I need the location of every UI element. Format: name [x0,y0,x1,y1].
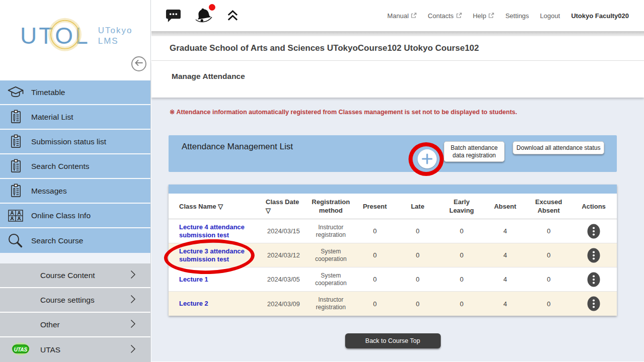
column-header-class-name[interactable]: Class Name ▽ [169,202,260,211]
class-name-link[interactable]: Lecture 1 [179,276,208,283]
chat-icon[interactable] [166,9,181,23]
column-header-present: Present [354,202,395,211]
topbar-username: Utokyo Faculty020 [571,12,629,20]
excused-absent-cell: 0 [527,300,571,308]
row-actions-kebab-button[interactable] [587,296,600,311]
utol-logo-text: UTOL [20,24,90,47]
bell-icon[interactable] [193,6,214,25]
page-title: Manage Attendance [151,61,644,98]
topbar-link-label: Help [473,12,487,20]
sidebar-item-label: Submission status list [31,137,106,146]
class-date-cell: 2024/03/12 [260,251,307,259]
column-header-early-leaving: Early Leaving [440,198,484,215]
utol-lms-app: UTOL UTokyo LMS TimetableMaterial ListSu… [0,0,644,362]
collapse-icon[interactable] [226,9,239,22]
topbar-link-contacts[interactable]: Contacts [428,12,461,20]
clipboard-icon [0,109,31,125]
clipboard-icon [0,183,31,199]
sidebar-item-online-class-info[interactable]: Online Class Info [0,204,150,228]
sidebar-item-timetable[interactable]: Timetable [0,80,150,105]
add-attendance-button[interactable] [418,149,437,168]
early-leaving-cell: 0 [440,300,484,308]
notification-badge [209,4,215,11]
late-cell: 0 [395,276,440,283]
external-link-icon [411,13,417,19]
method-cell: Instructor registration [307,296,354,311]
attendance-panel-header: Attendance Management List Batch attenda… [169,135,617,172]
present-cell: 0 [354,251,395,259]
logo-gold-ring [50,20,79,49]
early-leaving-cell: 0 [440,251,484,259]
sidebar-item-submission-status-list[interactable]: Submission status list [0,130,150,154]
sidebar-item-label: Messages [31,187,67,196]
people-grid-icon [0,208,31,223]
table-row: Lecture 4 attendance submission test2024… [169,219,617,243]
sidebar-item-course-settings[interactable]: Course settings [0,288,150,313]
topbar-links: ManualContactsHelpSettingsLogout Utokyo … [387,0,629,31]
sidebar-item-material-list[interactable]: Material List [0,105,150,130]
actions-cell [571,272,617,287]
topbar-link-group: ManualContactsHelpSettingsLogout [387,12,560,20]
sidebar-item-messages[interactable]: Messages [0,179,150,204]
content-area: ※ Attendance information automatically r… [151,98,644,361]
excused-absent-cell: 0 [527,251,571,259]
table-row: Lecture 3 attendance submission test2024… [169,243,617,267]
class-name-cell: Lecture 1 [169,276,260,284]
early-leaving-cell: 0 [440,276,484,283]
download-all-attendance-button[interactable]: Download all attendance status [513,141,604,154]
chevron-right-icon [129,344,136,356]
back-to-course-top-button[interactable]: Back to Course Top [345,333,441,348]
sidebar-item-label: Search Course [31,236,83,245]
late-cell: 0 [395,251,440,259]
attendance-notice: ※ Attendance information automatically r… [170,108,517,116]
batch-attendance-registration-button[interactable]: Batch attendance data registration [444,141,505,162]
logo-block: UTOL UTokyo LMS [0,0,150,80]
actions-cell [571,224,617,239]
topbar: ManualContactsHelpSettingsLogout Utokyo … [151,0,644,31]
column-header-class-date[interactable]: Class Date ▽ [260,198,307,215]
topbar-link-label: Logout [540,12,560,20]
excused-absent-cell: 0 [527,276,571,283]
class-name-cell: Lecture 3 attendance submission test [169,247,260,263]
course-title: Graduate School of Arts and Sciences UTo… [151,36,644,61]
sidebar-item-utas[interactable]: UTASUTAS [0,337,150,362]
topbar-link-logout[interactable]: Logout [540,12,560,20]
class-date-cell: 2024/03/05 [260,276,307,283]
actions-cell [571,248,617,263]
logo-subtitle-line2: LMS [98,36,133,46]
external-link-icon [488,13,494,19]
sidebar-item-search-course[interactable]: Search Course [0,228,150,253]
panel-title: Attendance Management List [182,142,293,152]
column-header-registration-method: Registration method [307,198,354,215]
sidebar-item-course-content[interactable]: Course Content [0,263,150,288]
arrow-left-icon [134,59,143,68]
svg-text:UTAS: UTAS [14,346,28,352]
absent-cell: 4 [484,227,527,235]
method-cell: System cooperation [307,272,354,287]
sidebar-item-search-contents[interactable]: Search Contents [0,154,150,179]
sidebar-item-other[interactable]: Other [0,313,150,337]
topbar-shadow [151,31,644,36]
class-date-cell: 2024/03/15 [260,227,307,235]
topbar-link-label: Contacts [428,12,453,20]
row-actions-kebab-button[interactable] [587,248,600,263]
class-name-link[interactable]: Lecture 2 [179,300,208,307]
topbar-link-manual[interactable]: Manual [387,12,417,20]
table-header-row: Class Name ▽Class Date ▽Registration met… [169,194,617,219]
method-cell: System cooperation [307,248,354,263]
class-name-link[interactable]: Lecture 4 attendance submission test [179,223,245,239]
topbar-link-help[interactable]: Help [473,12,495,20]
row-actions-kebab-button[interactable] [587,224,600,239]
topbar-link-settings[interactable]: Settings [505,12,529,20]
present-cell: 0 [354,300,395,308]
class-name-link[interactable]: Lecture 3 attendance submission test [179,247,245,263]
sidebar-collapse-button[interactable] [131,56,146,71]
sidebar-item-label: Other [40,320,60,329]
present-cell: 0 [354,276,395,283]
topbar-link-label: Settings [505,12,529,20]
table-top-strip [169,185,617,194]
column-header-excused-absent: Excused Absent [527,198,571,215]
absent-cell: 4 [484,251,527,259]
chevron-right-icon [129,319,136,331]
row-actions-kebab-button[interactable] [587,272,600,287]
